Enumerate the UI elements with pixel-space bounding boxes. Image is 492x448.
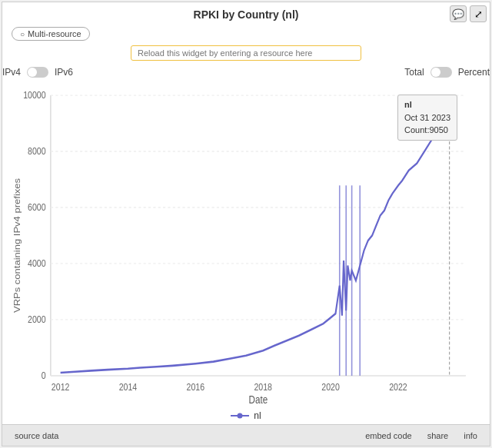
chart-area: VRPs containing IPv4 prefixes 10000 8000… [2, 79, 490, 409]
svg-text:2022: 2022 [389, 381, 407, 393]
footer-right: embed code share info [361, 430, 482, 442]
svg-text:2014: 2014 [119, 381, 138, 393]
multi-resource-button[interactable]: Multi-resource [12, 27, 90, 41]
tooltip-count: Count:9050 [404, 124, 450, 137]
embed-code-button[interactable]: embed code [361, 430, 417, 442]
percent-label: Percent [458, 67, 490, 78]
toggle-row: IPv4 IPv6 Total Percent [2, 64, 490, 79]
legend-row: nl [2, 409, 490, 424]
share-button[interactable]: share [423, 430, 454, 442]
svg-text:2000: 2000 [28, 314, 46, 325]
svg-text:2020: 2020 [321, 381, 340, 393]
svg-text:2012: 2012 [52, 381, 70, 393]
resource-input[interactable] [131, 45, 361, 61]
resource-input-row [2, 44, 490, 64]
main-container: 💬 ⤢ RPKI by Country (nl) Multi-resource … [2, 2, 490, 446]
svg-text:2018: 2018 [254, 381, 272, 393]
total-toggle[interactable] [430, 67, 452, 78]
top-icons: 💬 ⤢ [450, 5, 487, 22]
svg-text:4000: 4000 [28, 257, 46, 269]
info-button[interactable]: info [459, 430, 482, 442]
svg-text:Date: Date [249, 393, 268, 406]
ipv4-label: IPv4 [2, 67, 21, 78]
chart-line [61, 121, 450, 373]
legend-line-icon [231, 415, 249, 416]
tooltip-date: Oct 31 2023 [404, 111, 450, 124]
svg-text:8000: 8000 [28, 145, 46, 157]
legend-label: nl [254, 410, 261, 421]
page-title: RPKI by Country (nl) [2, 2, 490, 24]
ipv4-toggle[interactable] [27, 67, 48, 78]
svg-text:10000: 10000 [23, 89, 46, 101]
tooltip-box: nl Oct 31 2023 Count:9050 [397, 95, 457, 141]
y-axis-label: VRPs containing IPv4 prefixes [12, 178, 22, 313]
total-label: Total [404, 67, 424, 78]
svg-text:0: 0 [42, 370, 46, 381]
ipv6-label: IPv6 [55, 67, 73, 78]
comment-icon[interactable]: 💬 [450, 5, 467, 22]
source-data-button[interactable]: source data [10, 430, 63, 442]
expand-icon[interactable]: ⤢ [470, 5, 487, 22]
tooltip-country: nl [404, 98, 450, 111]
svg-text:6000: 6000 [28, 201, 46, 213]
controls-row: Multi-resource [2, 24, 490, 44]
footer-bar: source data embed code share info [2, 424, 490, 446]
svg-text:2016: 2016 [187, 381, 205, 393]
